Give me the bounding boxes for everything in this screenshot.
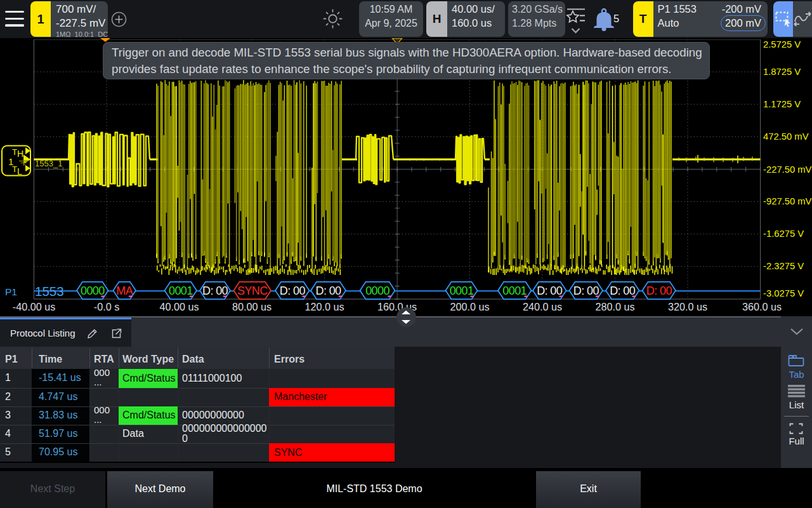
svg-text:H: H [17, 149, 23, 159]
svg-text:0000: 0000 [365, 284, 390, 297]
svg-text:40.00 us: 40.00 us [159, 301, 199, 312]
svg-text:120.0 us: 120.0 us [304, 301, 344, 312]
svg-text:0001: 0001 [502, 284, 527, 297]
svg-text:0000: 0000 [81, 284, 105, 297]
svg-text:D: 00: D: 00 [315, 284, 341, 297]
svg-text:T: T [12, 164, 17, 174]
svg-text:D: 00: D: 00 [610, 284, 636, 297]
svg-text:T: T [12, 147, 17, 157]
svg-text:L: L [17, 166, 22, 177]
svg-text:-3.0275 V: -3.0275 V [763, 288, 804, 298]
svg-text:200.0 us: 200.0 us [450, 301, 489, 312]
svg-text:80.00 us: 80.00 us [232, 301, 272, 312]
svg-text:1553_1: 1553_1 [35, 159, 62, 168]
svg-text:-1.6275 V: -1.6275 V [763, 229, 804, 239]
svg-text:D: 00: D: 00 [646, 284, 672, 297]
svg-text:280.0 us: 280.0 us [595, 301, 634, 312]
svg-text:P1: P1 [5, 286, 17, 297]
svg-text:-0.0 s: -0.0 s [94, 301, 120, 312]
svg-text:-227.50 mV: -227.50 mV [763, 164, 812, 175]
svg-text:MA: MA [116, 284, 133, 297]
svg-text:D: 00: D: 00 [202, 284, 228, 297]
svg-text:240.0 us: 240.0 us [523, 301, 562, 312]
svg-text:1.1725 V: 1.1725 V [763, 99, 801, 109]
svg-text:1.8725 V: 1.8725 V [763, 67, 801, 77]
svg-text:360.0 us: 360.0 us [742, 301, 782, 312]
svg-text:1553: 1553 [35, 284, 64, 298]
svg-text:0001: 0001 [450, 284, 474, 297]
svg-text:D: 00: D: 00 [537, 284, 563, 297]
svg-text:0001: 0001 [169, 284, 193, 297]
svg-text:SYNC: SYNC [237, 284, 268, 297]
svg-text:320.0 us: 320.0 us [668, 301, 707, 312]
svg-text:D: 00: D: 00 [280, 284, 306, 297]
svg-text:D: 00: D: 00 [573, 284, 599, 297]
svg-text:-40.00 us: -40.00 us [13, 301, 56, 312]
svg-text:2.5725 V: 2.5725 V [763, 39, 801, 50]
svg-text:-2.3275 V: -2.3275 V [763, 261, 804, 271]
svg-text:-927.50 mV: -927.50 mV [763, 196, 812, 206]
svg-text:472.50 mV: 472.50 mV [763, 131, 809, 142]
